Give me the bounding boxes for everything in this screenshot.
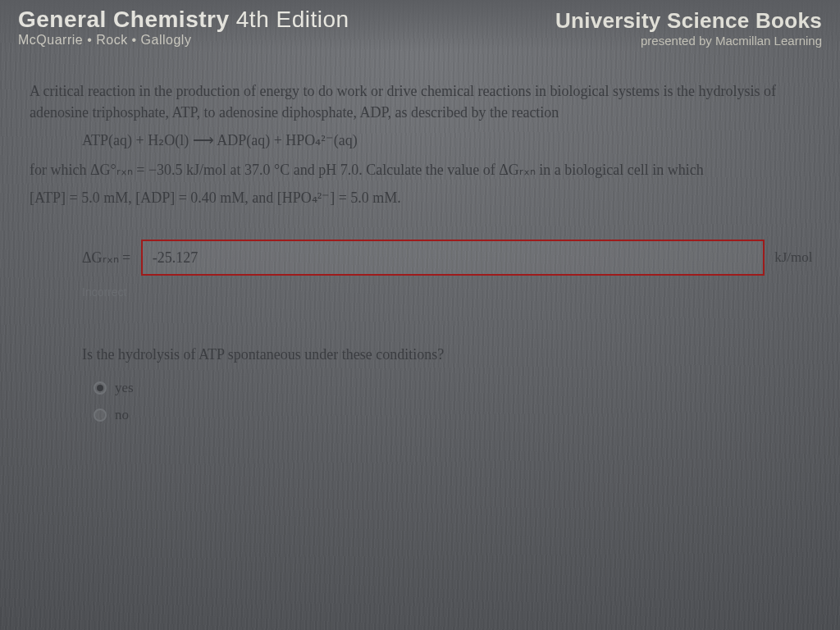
publisher-block: University Science Books presented by Ma… — [555, 8, 822, 48]
p2-b: at 37.0 °C and pH 7.0. Calculate the val… — [226, 162, 704, 178]
textbook-banner: General Chemistry 4th Edition McQuarrie … — [0, 0, 840, 51]
problem-paragraph-3: [ATP] = 5.0 mM, [ADP] = 0.40 mM, and [HP… — [30, 187, 817, 208]
publisher-name: University Science Books — [555, 8, 822, 34]
radio-group-spontaneous: yes no — [94, 378, 817, 425]
radio-icon — [94, 409, 107, 422]
equation-arrow: ⟶ — [193, 132, 214, 148]
book-authors: McQuarrie • Rock • Gallogly — [18, 33, 349, 48]
dg-std-value: −30.5 kJ/mol — [148, 162, 226, 178]
radio-label: no — [115, 405, 129, 426]
answer-feedback: Incorrect — [82, 284, 817, 300]
question-spontaneous: Is the hydrolysis of ATP spontaneous und… — [82, 344, 817, 365]
publisher-sub: presented by Macmillan Learning — [555, 34, 822, 48]
radio-icon — [94, 381, 107, 395]
problem-paragraph-1: A critical reaction in the production of… — [30, 80, 817, 123]
book-title-name: General Chemistry — [18, 7, 230, 32]
radio-label: yes — [115, 378, 134, 399]
book-title-edition: 4th Edition — [236, 7, 349, 32]
radio-option-yes[interactable]: yes — [94, 378, 817, 399]
answer-block: ΔGᵣₓₙ = kJ/mol Incorrect — [82, 240, 817, 300]
problem-content: A critical reaction in the production of… — [0, 51, 840, 425]
answer-unit: kJ/mol — [774, 248, 812, 268]
reaction-equation: ATP(aq) + H₂O(l) ⟶ ADP(aq) + HPO₄²⁻(aq) — [82, 130, 817, 151]
radio-option-no[interactable]: no — [94, 405, 817, 426]
answer-input[interactable] — [141, 240, 765, 276]
problem-paragraph-2: for which ΔG°ᵣₓₙ = −30.5 kJ/mol at 37.0 … — [30, 159, 817, 180]
p2-a: for which ΔG°ᵣₓₙ = — [30, 162, 148, 178]
equation-lhs: ATP(aq) + H₂O(l) — [82, 132, 189, 148]
book-title-block: General Chemistry 4th Edition McQuarrie … — [18, 8, 349, 48]
answer-label: ΔGᵣₓₙ = — [82, 247, 130, 268]
book-title: General Chemistry 4th Edition — [18, 8, 349, 31]
equation-rhs: ADP(aq) + HPO₄²⁻(aq) — [217, 132, 358, 148]
